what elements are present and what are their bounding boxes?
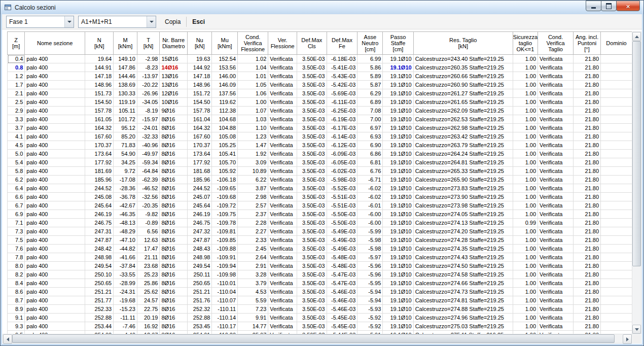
table-cell[interactable]: [601, 279, 632, 288]
table-cell[interactable]: -110.17: [212, 322, 238, 331]
table-cell[interactable]: -6.18E-03: [327, 55, 357, 63]
table-cell[interactable]: 19.1Ø10: [383, 193, 413, 201]
table-cell[interactable]: 8Ø16: [160, 210, 187, 219]
table-cell[interactable]: -5.49E-03: [327, 245, 357, 253]
table-cell[interactable]: 8Ø16: [160, 245, 187, 253]
table-cell[interactable]: -5.94: [357, 296, 383, 305]
table-cell[interactable]: 19.1Ø10: [383, 201, 413, 210]
table-cell[interactable]: [601, 236, 632, 245]
table-cell[interactable]: 2.1: [8, 89, 25, 98]
table-cell[interactable]: 19.1Ø10: [383, 227, 413, 236]
table-cell[interactable]: 1.03: [238, 115, 268, 124]
table-cell[interactable]: -5.52E-03: [327, 184, 357, 193]
table-cell[interactable]: 21.80: [574, 132, 601, 141]
table-cell[interactable]: 1.00: [513, 98, 538, 107]
table-cell[interactable]: 177.92: [187, 158, 212, 167]
table-cell[interactable]: 19.1Ø10: [383, 176, 413, 184]
table-cell[interactable]: 8Ø16: [160, 279, 187, 288]
table-cell[interactable]: Verificata: [268, 72, 297, 81]
table-cell[interactable]: 2.9: [8, 107, 25, 115]
table-cell[interactable]: 251.76: [187, 296, 212, 305]
table-cell[interactable]: Verificata: [538, 63, 574, 72]
table-cell[interactable]: -5.49E-03: [327, 236, 357, 245]
table-cell[interactable]: 21.11: [137, 253, 160, 262]
table-cell[interactable]: -5.45E-03: [327, 314, 357, 322]
table-cell[interactable]: 3.50E-03: [297, 115, 327, 124]
table-cell[interactable]: 7.23: [238, 305, 268, 314]
table-cell[interactable]: 19.1Ø10: [383, 314, 413, 322]
table-cell[interactable]: -5.95: [357, 279, 383, 288]
table-cell[interactable]: 1.00: [238, 98, 268, 107]
table-cell[interactable]: 130.33: [114, 89, 137, 98]
table-cell[interactable]: palo 400: [25, 158, 85, 167]
table-cell[interactable]: -28.99: [114, 279, 137, 288]
table-cell[interactable]: -26.96: [137, 89, 160, 98]
table-cell[interactable]: Verificata: [538, 158, 574, 167]
table-cell[interactable]: 247.31: [85, 227, 114, 236]
table-cell[interactable]: 21.80: [574, 89, 601, 98]
table-cell[interactable]: 7.08: [357, 107, 383, 115]
table-cell[interactable]: [601, 132, 632, 141]
table-cell[interactable]: Calcestruzzo=274.50 Staffe=219.25: [413, 262, 513, 270]
table-cell[interactable]: 3.50E-03: [297, 227, 327, 236]
table-cell[interactable]: Verificata: [538, 167, 574, 176]
table-cell[interactable]: Calcestruzzo=274.58 Staffe=219.25: [413, 270, 513, 279]
table-cell[interactable]: -19.68: [114, 296, 137, 305]
table-cell[interactable]: 8.6: [8, 288, 25, 296]
table-cell[interactable]: 1.00: [513, 262, 538, 270]
table-cell[interactable]: 105.08: [212, 132, 238, 141]
table-cell[interactable]: 21.80: [574, 55, 601, 63]
table-cell[interactable]: Verificata: [268, 63, 297, 72]
table-cell[interactable]: 7.8: [8, 253, 25, 262]
table-cell[interactable]: 2.33: [238, 236, 268, 245]
table-cell[interactable]: Verificata: [538, 193, 574, 201]
table-cell[interactable]: -5.45E-03: [327, 322, 357, 331]
table-cell[interactable]: 3.28: [238, 270, 268, 279]
table-cell[interactable]: Verificata: [268, 193, 297, 201]
table-cell[interactable]: 1.00: [513, 253, 538, 262]
table-cell[interactable]: 21.80: [574, 201, 601, 210]
table-cell[interactable]: 14.77: [238, 322, 268, 331]
table-cell[interactable]: [601, 72, 632, 81]
table-cell[interactable]: Calcestruzzo=264.81 Staffe=219.25: [413, 158, 513, 167]
table-cell[interactable]: 152.54: [212, 55, 238, 63]
table-cell[interactable]: [601, 98, 632, 107]
table-cell[interactable]: 1.00: [513, 193, 538, 201]
table-cell[interactable]: 21.80: [574, 176, 601, 184]
table-cell[interactable]: 3.50E-03: [297, 314, 327, 322]
table-cell[interactable]: 1.06: [238, 89, 268, 98]
table-cell[interactable]: 8Ø16: [160, 124, 187, 132]
table-cell[interactable]: 161.04: [187, 115, 212, 124]
table-cell[interactable]: Calcestruzzo=261.65 Staffe=219.25: [413, 98, 513, 107]
table-cell[interactable]: 19.1Ø10: [383, 158, 413, 167]
table-cell[interactable]: -5.96: [357, 262, 383, 270]
table-cell[interactable]: -5.98: [357, 236, 383, 245]
table-cell[interactable]: 2.98: [238, 193, 268, 201]
table-cell[interactable]: -5.48E-03: [327, 253, 357, 262]
table-cell[interactable]: 252.32: [187, 305, 212, 314]
table-cell[interactable]: [601, 184, 632, 193]
table-cell[interactable]: 21.80: [574, 245, 601, 253]
table-cell[interactable]: 8Ø16: [160, 150, 187, 158]
table-cell[interactable]: 3.50E-03: [297, 72, 327, 81]
table-cell[interactable]: Verificata: [268, 132, 297, 141]
table-cell[interactable]: 1.05: [238, 81, 268, 89]
table-cell[interactable]: 19.1Ø10: [383, 296, 413, 305]
table-cell[interactable]: 16.92: [137, 322, 160, 331]
table-cell[interactable]: 164.32: [187, 124, 212, 132]
table-cell[interactable]: 105.41: [212, 150, 238, 158]
table-cell[interactable]: Verificata: [538, 55, 574, 63]
table-cell[interactable]: palo 400: [25, 72, 85, 81]
table-cell[interactable]: 8.9: [8, 305, 25, 314]
table-cell[interactable]: 151.73: [85, 89, 114, 98]
table-cell[interactable]: 1.00: [513, 322, 538, 331]
table-cell[interactable]: -110.01: [212, 279, 238, 288]
table-cell[interactable]: 1.00: [513, 81, 538, 89]
table-cell[interactable]: -48.13: [114, 219, 137, 227]
table-cell[interactable]: 8Ø16: [160, 193, 187, 201]
table-cell[interactable]: 3.50E-03: [297, 296, 327, 305]
table-cell[interactable]: -20.22: [137, 81, 160, 89]
scroll-up-button[interactable]: [632, 32, 641, 41]
table-cell[interactable]: 3.09: [238, 158, 268, 167]
table-cell[interactable]: 0.4: [8, 55, 25, 63]
